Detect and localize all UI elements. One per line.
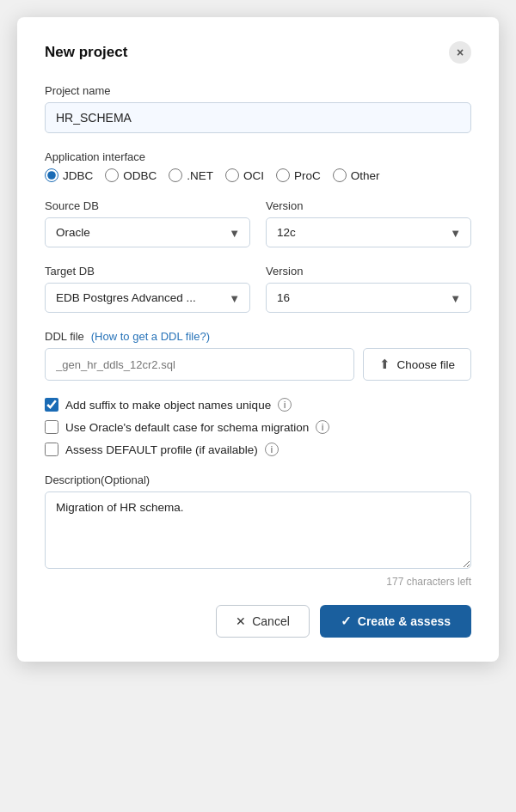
radio-label-oci: OCI [243, 169, 264, 182]
app-interface-section: Application interface JDBC ODBC .NET OCI… [45, 150, 471, 182]
target-db-label: Target DB [45, 265, 250, 278]
radio-item-proc[interactable]: ProC [276, 168, 321, 182]
app-interface-radio-group: JDBC ODBC .NET OCI ProC Other [45, 168, 471, 182]
target-version-label: Version [266, 265, 471, 278]
radio-odbc[interactable] [105, 168, 119, 182]
checkbox-default-case-label: Use Oracle's default case for schema mig… [65, 421, 309, 434]
cancel-x-icon: ✕ [236, 614, 246, 628]
radio-label-proc: ProC [294, 169, 321, 182]
checkbox-default-case[interactable] [45, 420, 58, 434]
radio-label-net: .NET [187, 169, 213, 182]
target-version-section: Version 16 15 14 13 ▼ [266, 265, 471, 313]
target-db-select-wrapper: EDB Postgres Advanced ... PostgreSQL ▼ [45, 283, 250, 313]
char-count: 177 characters left [45, 576, 471, 588]
cancel-button[interactable]: ✕ Cancel [216, 605, 310, 638]
ddl-file-section: DDL file (How to get a DDL file?) ⬆ Choo… [45, 330, 471, 381]
checkbox-suffix[interactable] [45, 398, 58, 412]
source-version-select[interactable]: 12c 11g 19c 21c [266, 217, 471, 247]
dialog-footer: ✕ Cancel ✓ Create & assess [45, 605, 471, 638]
ddl-file-input[interactable] [45, 348, 354, 381]
radio-label-jdbc: JDBC [63, 169, 93, 182]
checkbox-assess-default-label: Assess DEFAULT profile (if available) [65, 443, 258, 456]
description-section: Description(Optional) Migration of HR sc… [45, 473, 471, 588]
source-version-section: Version 12c 11g 19c 21c ▼ [266, 199, 471, 247]
target-db-section: Target DB EDB Postgres Advanced ... Post… [45, 265, 250, 313]
radio-label-odbc: ODBC [123, 169, 157, 182]
radio-oci[interactable] [225, 168, 239, 182]
radio-net[interactable] [169, 168, 182, 182]
checkbox-item-assess-default[interactable]: Assess DEFAULT profile (if available) i [45, 443, 471, 456]
app-interface-label: Application interface [45, 150, 471, 163]
radio-item-other[interactable]: Other [333, 168, 380, 182]
checkbox-item-suffix[interactable]: Add suffix to make object names unique i [45, 398, 471, 412]
source-version-select-wrapper: 12c 11g 19c 21c ▼ [266, 217, 471, 247]
dialog-title: New project [45, 44, 127, 61]
target-version-select-wrapper: 16 15 14 13 ▼ [266, 283, 471, 313]
radio-item-odbc[interactable]: ODBC [105, 168, 157, 182]
radio-item-jdbc[interactable]: JDBC [45, 168, 93, 182]
upload-icon: ⬆ [379, 357, 390, 372]
ddl-file-label: DDL file [45, 330, 84, 343]
target-version-select[interactable]: 16 15 14 13 [266, 283, 471, 313]
project-name-label: Project name [45, 84, 471, 97]
choose-file-label: Choose file [396, 358, 455, 371]
target-db-row: Target DB EDB Postgres Advanced ... Post… [45, 265, 471, 313]
target-db-select[interactable]: EDB Postgres Advanced ... PostgreSQL [45, 283, 250, 313]
info-icon-suffix[interactable]: i [278, 398, 292, 412]
radio-jdbc[interactable] [45, 168, 58, 182]
radio-other[interactable] [333, 168, 347, 182]
create-assess-button[interactable]: ✓ Create & assess [320, 605, 471, 638]
check-icon: ✓ [341, 614, 352, 629]
choose-file-button[interactable]: ⬆ Choose file [363, 348, 471, 381]
source-db-label: Source DB [45, 199, 250, 212]
radio-label-other: Other [351, 169, 380, 182]
create-label: Create & assess [358, 614, 451, 628]
checkbox-suffix-label: Add suffix to make object names unique [65, 399, 271, 412]
project-name-input[interactable] [45, 102, 471, 133]
cancel-label: Cancel [252, 614, 290, 628]
source-db-select[interactable]: Oracle MySQL SQL Server DB2 [45, 217, 250, 247]
info-icon-assess-default[interactable]: i [265, 443, 279, 456]
description-label: Description(Optional) [45, 473, 471, 486]
ddl-label-row: DDL file (How to get a DDL file?) [45, 330, 471, 343]
close-button[interactable]: × [449, 41, 471, 64]
radio-proc[interactable] [276, 168, 290, 182]
info-icon-default-case[interactable]: i [316, 420, 329, 434]
project-name-section: Project name [45, 84, 471, 133]
source-db-row: Source DB Oracle MySQL SQL Server DB2 ▼ … [45, 199, 471, 247]
checkbox-assess-default[interactable] [45, 443, 58, 456]
ddl-help-link[interactable]: (How to get a DDL file?) [91, 330, 210, 343]
new-project-dialog: New project × Project name Application i… [17, 17, 499, 662]
source-db-select-wrapper: Oracle MySQL SQL Server DB2 ▼ [45, 217, 250, 247]
source-version-label: Version [266, 199, 471, 212]
radio-item-oci[interactable]: OCI [225, 168, 264, 182]
source-db-section: Source DB Oracle MySQL SQL Server DB2 ▼ [45, 199, 250, 247]
radio-item-net[interactable]: .NET [169, 168, 213, 182]
ddl-file-row: ⬆ Choose file [45, 348, 471, 381]
checkbox-section: Add suffix to make object names unique i… [45, 398, 471, 456]
checkbox-item-default-case[interactable]: Use Oracle's default case for schema mig… [45, 420, 471, 434]
description-textarea[interactable]: Migration of HR schema. [45, 491, 471, 569]
dialog-header: New project × [45, 41, 471, 64]
